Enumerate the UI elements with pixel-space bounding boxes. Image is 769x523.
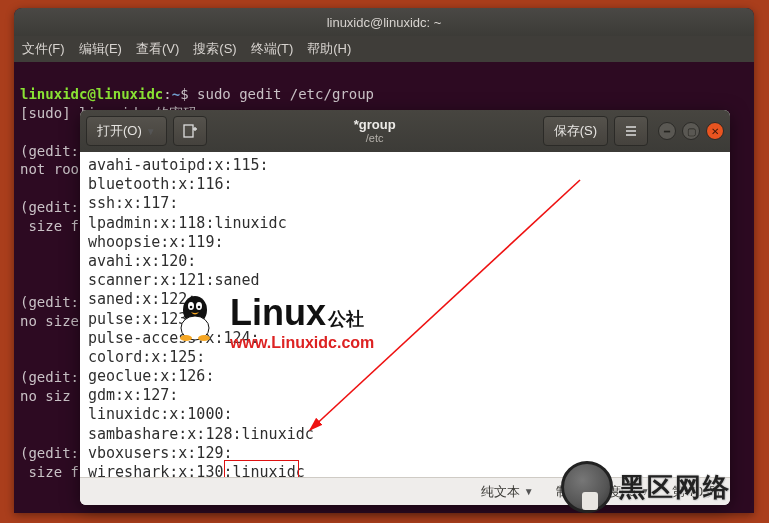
- svg-rect-0: [184, 125, 193, 137]
- command-text: sudo gedit /etc/group: [197, 86, 374, 102]
- close-button[interactable]: ✕: [706, 122, 724, 140]
- minimize-button[interactable]: ━: [658, 122, 676, 140]
- prompt-path: ~: [172, 86, 180, 102]
- maximize-button[interactable]: ▢: [682, 122, 700, 140]
- file-line: linuxidc:x:1000:: [88, 405, 724, 424]
- file-line: lpadmin:x:118:linuxidc: [88, 214, 724, 233]
- file-line: pulse-access:x:124:: [88, 329, 724, 348]
- file-line: pulse:x:123:: [88, 310, 724, 329]
- prompt-user: linuxidc@linuxidc: [20, 86, 163, 102]
- new-document-icon: [182, 123, 198, 139]
- terminal-title: linuxidc@linuxidc: ~: [327, 15, 442, 30]
- menu-terminal[interactable]: 终端(T): [251, 40, 294, 58]
- tabwidth-selector[interactable]: 制表符宽度: 8▼: [556, 483, 650, 501]
- open-button[interactable]: 打开(O) ▼: [86, 116, 167, 146]
- new-tab-button[interactable]: [173, 116, 207, 146]
- file-line: avahi:x:120:: [88, 252, 724, 271]
- terminal-titlebar: linuxidc@linuxidc: ~: [14, 8, 754, 36]
- gedit-headerbar: 打开(O) ▼ *group /etc 保存(S) ━ ▢ ✕: [80, 110, 730, 152]
- file-line: avahi-autoipd:x:115:: [88, 156, 724, 175]
- cursor-position: 第 70 列: [672, 483, 720, 501]
- menu-file[interactable]: 文件(F): [22, 40, 65, 58]
- file-line: ssh:x:117:: [88, 194, 724, 213]
- chevron-down-icon: ▼: [146, 126, 156, 137]
- menu-edit[interactable]: 编辑(E): [79, 40, 122, 58]
- document-path: /etc: [213, 132, 537, 144]
- menu-view[interactable]: 查看(V): [136, 40, 179, 58]
- file-line: sambashare:x:128:linuxidc: [88, 425, 724, 444]
- file-line: vboxusers:x:129:: [88, 444, 724, 463]
- file-line: gdm:x:127:: [88, 386, 724, 405]
- window-controls: ━ ▢ ✕: [658, 122, 724, 140]
- file-line: geoclue:x:126:: [88, 367, 724, 386]
- menu-help[interactable]: 帮助(H): [307, 40, 351, 58]
- document-title: *group: [213, 118, 537, 132]
- document-title-area: *group /etc: [213, 118, 537, 144]
- file-line: whoopsie:x:119:: [88, 233, 724, 252]
- syntax-selector[interactable]: 纯文本▼: [481, 483, 534, 501]
- terminal-menubar[interactable]: 文件(F) 编辑(E) 查看(V) 搜索(S) 终端(T) 帮助(H): [14, 36, 754, 62]
- file-line: bluetooth:x:116:: [88, 175, 724, 194]
- gedit-window: 打开(O) ▼ *group /etc 保存(S) ━ ▢ ✕ avahi-au…: [80, 110, 730, 505]
- save-label: 保存(S): [554, 122, 597, 140]
- file-line: scanner:x:121:saned: [88, 271, 724, 290]
- hamburger-menu-button[interactable]: [614, 116, 648, 146]
- save-button[interactable]: 保存(S): [543, 116, 608, 146]
- file-line: wireshark:x:130:linuxidc: [88, 463, 724, 477]
- hamburger-icon: [624, 124, 638, 138]
- menu-search[interactable]: 搜索(S): [193, 40, 236, 58]
- gedit-statusbar: 纯文本▼ 制表符宽度: 8▼ 第 70 列: [80, 477, 730, 505]
- file-line: colord:x:125:: [88, 348, 724, 367]
- open-label: 打开(O): [97, 122, 142, 140]
- editor-text-area[interactable]: avahi-autoipd:x:115: bluetooth:x:116: ss…: [80, 152, 730, 477]
- file-line: saned:x:122:: [88, 290, 724, 309]
